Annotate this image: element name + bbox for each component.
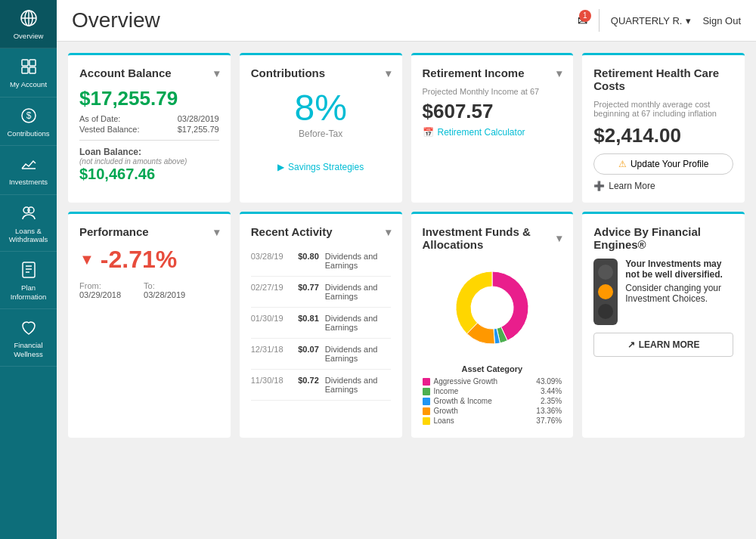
contributions-percent: 8% xyxy=(251,87,391,129)
vested-value: $17,255.79 xyxy=(178,125,219,134)
savings-label: Savings Strategies xyxy=(288,162,364,172)
activity-desc: Dividends and Earnings xyxy=(319,345,391,363)
savings-icon: ▶ xyxy=(277,162,284,172)
activity-date: 11/30/18 xyxy=(251,376,289,394)
performance-card: Performance ▾ ▼ -2.71% From: 03/29/2018 … xyxy=(68,212,231,438)
retirement-income-title: Retirement Income xyxy=(423,67,557,79)
advice-card: Advice By Financial Engines® Your Invest… xyxy=(582,212,745,438)
balance-divider xyxy=(79,140,219,141)
activity-desc: Dividends and Earnings xyxy=(319,376,391,394)
sidebar-investments-label: Investments xyxy=(9,178,48,186)
healthcare-learn-more-label: Learn More xyxy=(609,181,655,191)
retirement-calculator-link[interactable]: 📅 Retirement Calculator xyxy=(423,127,562,138)
healthcare-learn-more-link[interactable]: ➕ Learn More xyxy=(593,181,733,191)
healthcare-header: Retirement Health Care Costs xyxy=(593,67,733,92)
notification-bell[interactable]: ✉ 1 xyxy=(578,14,587,28)
healthcare-amount: $2,414.00 xyxy=(593,124,733,147)
legend-dot xyxy=(423,417,430,425)
sidebar-item-contributions[interactable]: $ Contributions xyxy=(0,98,57,146)
sidebar-item-plan-information[interactable]: Plan Information xyxy=(0,252,57,309)
sidebar-item-loans-withdrawals[interactable]: Loans & Withdrawals xyxy=(0,195,57,252)
quarterly-chevron-icon: ▾ xyxy=(686,15,691,26)
healthcare-sub: Projected monthly average cost beginning… xyxy=(593,100,733,118)
header: Overview ✉ 1 QUARTERLY R. ▾ Sign Out xyxy=(57,0,756,42)
performance-number: -2.71% xyxy=(101,246,177,274)
traffic-light-red xyxy=(598,265,613,280)
from-date: 03/29/2018 xyxy=(79,290,121,299)
activity-item: 11/30/18 $0.72 Dividends and Earnings xyxy=(251,370,391,401)
as-of-value: 03/28/2019 xyxy=(178,114,219,123)
account-balance-amount: $17,255.79 xyxy=(79,87,219,110)
activity-item: 12/31/18 $0.07 Dividends and Earnings xyxy=(251,339,391,370)
overview-icon xyxy=(18,8,39,29)
activity-list[interactable]: 03/28/19 $0.80 Dividends and Earnings 02… xyxy=(251,246,391,401)
my-account-icon xyxy=(18,56,39,77)
contributions-chevron[interactable]: ▾ xyxy=(386,67,391,79)
legend-label: Growth xyxy=(434,407,458,415)
sidebar-item-my-account[interactable]: My Account xyxy=(0,48,57,97)
calculator-label: Retirement Calculator xyxy=(438,127,525,138)
sidebar-item-investments[interactable]: Investments xyxy=(0,146,57,194)
advice-content: Your Investments may not be well diversi… xyxy=(593,259,733,325)
learn-more-plus-icon: ➕ xyxy=(593,181,605,191)
signout-button[interactable]: Sign Out xyxy=(702,15,741,26)
recent-activity-title: Recent Activity xyxy=(251,225,386,238)
legend-item-left: Income xyxy=(423,387,459,395)
plan-info-icon xyxy=(18,259,39,280)
top-grid: Account Balance ▾ $17,255.79 As of Date:… xyxy=(68,53,745,203)
savings-strategies-link[interactable]: ▶ Savings Strategies xyxy=(251,162,391,172)
performance-value: ▼ -2.71% xyxy=(79,246,219,274)
sidebar: Overview My Account $ Contributions Inve… xyxy=(0,0,57,539)
learn-more-icon: ↗ xyxy=(627,339,635,350)
svg-rect-6 xyxy=(22,67,28,73)
account-balance-chevron[interactable]: ▾ xyxy=(214,67,219,79)
to-label: To: xyxy=(144,281,185,290)
account-balance-header: Account Balance ▾ xyxy=(79,67,219,79)
activity-desc: Dividends and Earnings xyxy=(319,252,391,270)
recent-activity-header: Recent Activity ▾ xyxy=(251,225,391,238)
investment-legend: Aggressive Growth 43.09% Income 3.44% Gr… xyxy=(423,377,562,425)
contributions-title: Contributions xyxy=(251,67,386,79)
legend-value: 3.44% xyxy=(541,387,562,395)
legend-item: Growth 13.36% xyxy=(423,407,562,415)
investments-icon xyxy=(18,153,39,175)
recent-activity-chevron[interactable]: ▾ xyxy=(386,226,391,238)
retirement-income-chevron[interactable]: ▾ xyxy=(556,67,562,79)
contributions-header: Contributions ▾ xyxy=(251,67,391,79)
contributions-icon: $ xyxy=(18,105,39,126)
advice-text-block: Your Investments may not be well diversi… xyxy=(625,259,733,304)
from-label: From: xyxy=(79,281,121,290)
loans-icon xyxy=(18,203,39,224)
dashboard-content: Account Balance ▾ $17,255.79 As of Date:… xyxy=(57,42,756,539)
donut-chart-container xyxy=(423,259,562,357)
asset-category-label: Asset Category xyxy=(423,364,562,373)
performance-from: From: 03/29/2018 xyxy=(79,281,121,299)
traffic-light-widget xyxy=(593,259,618,325)
legend-label: Loans xyxy=(434,417,454,425)
activity-amount: $0.77 xyxy=(289,283,319,301)
sidebar-item-financial-wellness[interactable]: Financial Wellness xyxy=(0,309,57,367)
advice-warning-text: Your Investments may not be well diversi… xyxy=(625,259,733,280)
page-title: Overview xyxy=(72,8,578,33)
legend-dot xyxy=(423,398,430,405)
investment-funds-card: Investment Funds & Allocations ▾ Asset C… xyxy=(411,212,574,438)
recent-activity-card: Recent Activity ▾ 03/28/19 $0.80 Dividen… xyxy=(240,212,402,438)
account-balance-card: Account Balance ▾ $17,255.79 As of Date:… xyxy=(68,53,231,203)
activity-amount: $0.81 xyxy=(289,314,319,332)
advice-learn-more-label: LEARN MORE xyxy=(639,339,700,350)
sidebar-plan-info-label: Plan Information xyxy=(4,283,53,301)
update-profile-button[interactable]: ⚠ Update Your Profile xyxy=(593,153,733,175)
investment-funds-chevron[interactable]: ▾ xyxy=(556,232,562,244)
performance-chevron[interactable]: ▾ xyxy=(214,226,219,238)
sidebar-my-account-label: My Account xyxy=(10,80,47,88)
sidebar-item-overview[interactable]: Overview xyxy=(0,0,57,48)
financial-wellness-icon xyxy=(18,317,39,338)
retirement-income-sub: Projected Monthly Income at 67 xyxy=(423,87,562,96)
sidebar-overview-label: Overview xyxy=(14,32,44,40)
advice-learn-more-button[interactable]: ↗ LEARN MORE xyxy=(593,333,733,357)
sidebar-loans-label: Loans & Withdrawals xyxy=(4,227,53,244)
investment-funds-title: Investment Funds & Allocations xyxy=(423,225,557,251)
loan-amount: $10,467.46 xyxy=(79,166,219,183)
quarterly-button[interactable]: QUARTERLY R. ▾ xyxy=(611,15,692,26)
performance-title: Performance xyxy=(79,225,214,238)
